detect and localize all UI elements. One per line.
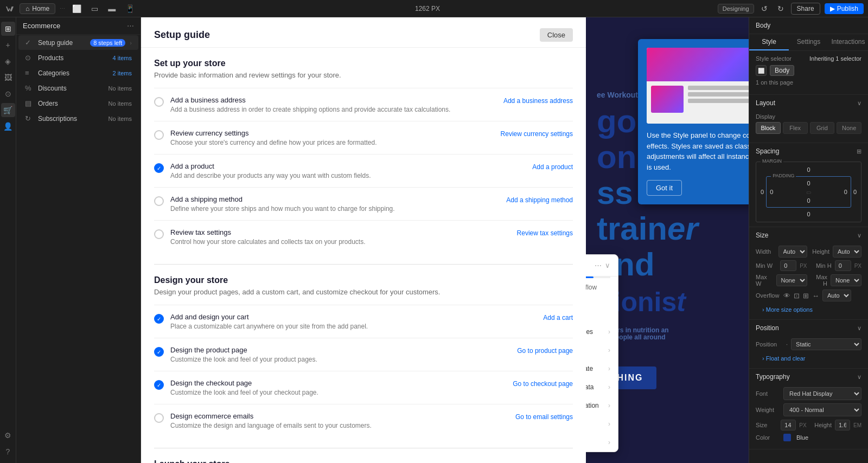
sidebar-icon-components[interactable]: ◈ (1, 54, 15, 68)
body-tag-label[interactable]: Body (770, 65, 794, 76)
step-radio-emails[interactable] (154, 413, 164, 423)
tab-interactions[interactable]: Interactions (828, 34, 868, 50)
webflow-logo[interactable] (4, 3, 15, 14)
step-radio-3[interactable] (154, 163, 164, 173)
nav-item-subscriptions[interactable]: ↻ Subscriptions No items (18, 111, 138, 126)
step-radio-4[interactable] (154, 196, 164, 206)
sidebar-icon-users[interactable]: 👤 (1, 119, 15, 133)
nav-item-categories[interactable]: ≡ Categories 2 items (18, 66, 138, 80)
minh-input[interactable] (835, 260, 851, 271)
margin-right-val[interactable]: 0 (853, 189, 857, 195)
sidebar-icon-settings[interactable]: ⚙ (1, 428, 15, 442)
step-radio-1[interactable] (154, 97, 164, 107)
overflow-icon-3[interactable]: ⊞ (803, 292, 809, 300)
publish-button[interactable]: ▶ Publish (825, 3, 864, 14)
position-section-header[interactable]: Position ∨ (749, 320, 868, 334)
style-selector-label: Style selector (756, 55, 792, 62)
layout-btn-block[interactable]: Block (756, 122, 781, 134)
step-radio-checkout[interactable] (154, 380, 164, 390)
step-content-1: Add a business address Add a business ad… (170, 96, 497, 113)
nav-item-label-discounts: Discounts (38, 85, 102, 92)
undo-icon[interactable]: ↺ (758, 3, 770, 14)
orders-icon: ▤ (25, 99, 34, 107)
sidebar-icon-ecommerce[interactable]: 🛒 (1, 103, 15, 117)
step-action-1[interactable]: Add a business address (503, 97, 573, 105)
step-content-3: Add a product Add and describe your prod… (170, 162, 526, 179)
padding-bottom-val[interactable]: 0 (770, 197, 847, 204)
nav-item-orders[interactable]: ▤ Orders No items (18, 96, 138, 111)
nav-item-products[interactable]: ⊙ Products 4 items (18, 50, 138, 65)
weight-select[interactable]: 400 - Normal (783, 403, 861, 416)
nav-item-discounts[interactable]: % Discounts No items (18, 81, 138, 95)
typography-collapse-icon: ∨ (857, 374, 861, 381)
sidebar-icon-cms[interactable]: ⊙ (1, 87, 15, 101)
maxh-select[interactable]: None (831, 274, 861, 286)
spacing-section-header[interactable]: Spacing ⊞ (749, 143, 868, 157)
step-action-product[interactable]: Go to product page (517, 347, 573, 355)
color-swatch[interactable] (783, 434, 791, 441)
sidebar-icon-assets[interactable]: 🖼 (1, 70, 15, 85)
sidebar-icon-add[interactable]: + (1, 38, 15, 52)
step-radio-cart[interactable] (154, 314, 164, 324)
step-action-3[interactable]: Add a product (532, 163, 573, 171)
redo-icon[interactable]: ↻ (775, 3, 787, 14)
margin-left-val[interactable]: 0 (761, 189, 764, 195)
padding-top-val[interactable]: 0 (770, 180, 847, 187)
home-button[interactable]: ⌂ Home (20, 3, 55, 14)
margin-bottom-val[interactable]: 0 (761, 211, 857, 217)
setup-guide-close-button[interactable]: Close (540, 28, 573, 42)
left-panel-more-icon[interactable]: ⋯ (127, 22, 134, 30)
share-button[interactable]: Share (791, 3, 820, 15)
font-select[interactable]: Red Hat Display (783, 387, 861, 400)
step-radio-5[interactable] (154, 229, 164, 239)
layout-section-header[interactable]: Layout ∨ (749, 95, 868, 109)
tablet-icon[interactable]: ▭ (88, 3, 101, 14)
step-action-2[interactable]: Review currency settings (501, 130, 573, 138)
get-started-chevron-icon[interactable]: ∨ (605, 261, 610, 269)
more-size-options[interactable]: › More size options (756, 304, 861, 315)
step-action-4[interactable]: Add a shipping method (506, 196, 573, 204)
categories-icon: ≡ (25, 69, 34, 77)
float-and-clear[interactable]: › Float and clear (756, 353, 861, 364)
layout-btn-grid[interactable]: Grid (810, 122, 835, 134)
padding-left-val[interactable]: 0 (770, 189, 773, 195)
sidebar-icon-help[interactable]: ? (1, 445, 15, 459)
tab-settings[interactable]: Settings (789, 34, 828, 50)
topbar-separator: ⋯ (60, 5, 65, 11)
typography-section-header[interactable]: Typography ∨ (749, 369, 868, 383)
step-action-checkout[interactable]: Go to checkout page (513, 380, 573, 388)
display-label: Display (756, 113, 861, 120)
overflow-icon-4[interactable]: ↔ (812, 292, 819, 300)
desktop-icon[interactable]: ⬜ (69, 3, 84, 14)
minw-input[interactable] (780, 260, 796, 271)
margin-label: MARGIN (761, 158, 783, 164)
margin-top-val[interactable]: 0 (761, 166, 857, 173)
tooltip-got-it-button[interactable]: Got it (647, 180, 682, 196)
overflow-eye-icon[interactable]: 👁 (783, 292, 790, 300)
typo-size-input[interactable] (781, 420, 796, 430)
size-section-header[interactable]: Size ∨ (749, 227, 868, 241)
overflow-icon-2[interactable]: ⊡ (794, 292, 800, 300)
position-select[interactable]: Static (791, 338, 861, 350)
phone-icon[interactable]: 📱 (123, 3, 137, 14)
step-radio-product[interactable] (154, 347, 164, 357)
overflow-select[interactable]: Auto (822, 290, 851, 301)
step-action-emails[interactable]: Go to email settings (515, 413, 573, 421)
body-selector-icon[interactable]: ⬜ (756, 65, 767, 76)
tab-style[interactable]: Style (749, 34, 789, 50)
maxw-select[interactable]: None (776, 274, 807, 286)
layout-btn-flex[interactable]: Flex (783, 122, 808, 134)
step-radio-2[interactable] (154, 130, 164, 140)
height-select[interactable]: Auto (833, 246, 861, 258)
get-started-more-icon[interactable]: ⋯ (595, 261, 602, 269)
mobile-icon[interactable]: ▬ (105, 3, 118, 14)
step-emails: Design ecommerce emails Customize the de… (154, 404, 573, 437)
step-action-5[interactable]: Review tax settings (517, 229, 573, 237)
padding-right-val[interactable]: 0 (844, 189, 847, 195)
typo-height-input[interactable] (835, 420, 850, 430)
layout-btn-none[interactable]: None (837, 122, 861, 134)
width-select[interactable]: Auto (778, 246, 807, 258)
nav-item-setup-guide[interactable]: ✓ Setup guide 8 steps left › (18, 35, 138, 50)
sidebar-icon-pages[interactable]: ⊞ (1, 22, 15, 36)
step-action-cart[interactable]: Add a cart (543, 314, 573, 321)
